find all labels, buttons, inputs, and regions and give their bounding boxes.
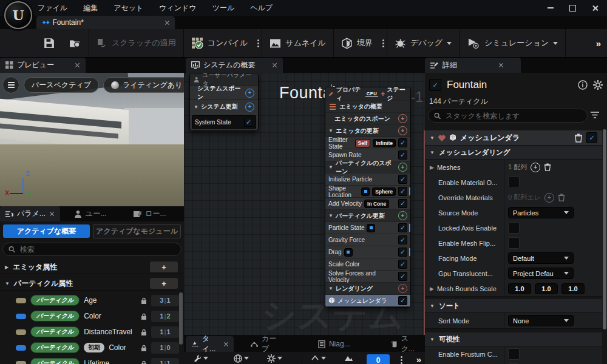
apply-scratch-button[interactable]: スクラッチの適用 xyxy=(89,29,183,57)
module-add-velocity[interactable]: Add Velocity In Cone xyxy=(325,198,410,210)
active-modules-button[interactable]: アクティブなモジュール xyxy=(93,224,181,238)
category-mesh-rendering[interactable]: ▼ メッシュレンダリング xyxy=(425,146,602,160)
browse-asset-button[interactable] xyxy=(62,29,89,57)
renderer-enabled-checkbox[interactable] xyxy=(586,132,597,143)
module-initialize-particle[interactable]: Initialize Particle xyxy=(325,174,410,186)
tab-scratch-pad[interactable]: スク... xyxy=(385,336,425,352)
frame-button[interactable] xyxy=(344,354,353,362)
mesh-renderer-header[interactable]: ▼ メッシュレンダラ xyxy=(425,130,602,146)
emitter-node-fountain[interactable]: プロパティ CPU +ステージ エミッタの概要 エミッタのスポーン + ▼ エミ… xyxy=(325,87,411,308)
parameter-row-lifetime[interactable]: パーティクル Lifetime 1|1 xyxy=(0,356,184,364)
module-particle-state[interactable]: Particle State xyxy=(325,222,410,234)
section-rendering[interactable]: ▼ レンダリング + xyxy=(325,283,410,295)
module-scale-color[interactable]: Scale Color xyxy=(325,258,410,271)
tab-niagara-log[interactable]: Niag... xyxy=(312,336,356,352)
perspective-button[interactable]: パースペクティブ xyxy=(24,77,99,93)
bounds-button[interactable]: 境界 xyxy=(334,29,380,57)
add-icon[interactable]: + xyxy=(245,89,254,98)
add-icon[interactable]: + xyxy=(398,284,407,293)
menu-tools[interactable]: ツール xyxy=(212,3,235,13)
tab-preview[interactable]: プレビュー xyxy=(0,58,86,73)
maximize-icon[interactable] xyxy=(569,5,576,12)
search-input[interactable] xyxy=(19,244,175,254)
module-mesh-renderer[interactable]: メッシュレンダラ xyxy=(325,295,410,307)
module-emitter-state[interactable]: Emitter State Self Infinite xyxy=(325,137,410,149)
tab-timeline[interactable]: タイ... xyxy=(186,336,234,352)
add-element-icon[interactable]: + xyxy=(544,193,554,203)
module-enabled-checkbox[interactable] xyxy=(398,150,407,160)
gpu-translucency-dropdown[interactable]: Project Defau xyxy=(508,268,574,279)
tab-curves[interactable]: カーブ xyxy=(245,336,287,352)
property-checkbox[interactable] xyxy=(508,237,520,249)
minimize-icon[interactable] xyxy=(548,7,554,8)
section-particle-update[interactable]: ▼ パーティクル更新 + xyxy=(325,210,410,222)
module-enabled-checkbox[interactable] xyxy=(398,223,407,232)
section-emitter-spawn[interactable]: エミッタのスポーン + xyxy=(325,113,410,125)
trash-icon[interactable] xyxy=(558,194,565,201)
unreal-logo[interactable]: U xyxy=(4,1,32,29)
scale-z-field[interactable]: 1.0 xyxy=(561,283,585,294)
timeline-overflow-icon[interactable]: » xyxy=(416,354,419,364)
node-graph-canvas[interactable]: システム Fountain ズーム -1 ユーザーパラメータ システムスポーン … xyxy=(184,73,425,335)
system-node[interactable]: ユーザーパラメータ システムスポーン + ▼ システム更新 + System S… xyxy=(189,73,259,131)
parameter-row-distancetravel[interactable]: パーティクル DistanceTravel 1|1 xyxy=(0,324,184,340)
add-parameter-button[interactable]: + xyxy=(150,278,178,289)
close-tab-icon[interactable] xyxy=(49,211,55,217)
parameter-row-color[interactable]: パーティクル Color 1|2 xyxy=(0,308,184,324)
section-emitter-update[interactable]: ▼ エミッタの更新 + xyxy=(325,125,410,137)
collapsed-arrow-icon[interactable]: ▶ xyxy=(430,286,434,292)
gear-icon[interactable] xyxy=(593,80,603,90)
emitter-summary-row[interactable]: エミッタの概要 xyxy=(325,101,410,113)
add-icon[interactable]: + xyxy=(398,114,407,123)
group-emitter-attributes[interactable]: ▶ エミッタ属性 + xyxy=(0,260,184,274)
module-enabled-checkbox[interactable] xyxy=(398,272,407,281)
property-checkbox[interactable] xyxy=(508,222,520,234)
module-enabled-checkbox[interactable] xyxy=(398,248,407,257)
scrollbar[interactable] xyxy=(603,129,606,329)
active-overview-button[interactable]: アクティブな概要 xyxy=(3,224,90,238)
issue-count-button[interactable]: 0 xyxy=(367,354,390,364)
close-tab-icon[interactable] xyxy=(272,62,277,68)
collapsed-arrow-icon[interactable]: ▶ xyxy=(430,164,434,170)
group-particle-attributes[interactable]: ▼ パーティクル属性 + xyxy=(0,277,184,291)
tab-details[interactable]: 詳細 xyxy=(425,58,521,73)
parameter-row-initial-color[interactable]: パーティクル 初期 Color 1|0 xyxy=(0,340,184,356)
compile-options-kebab-icon[interactable] xyxy=(257,42,259,44)
tab-parameters[interactable]: パラメ... xyxy=(0,206,60,221)
add-icon[interactable]: + xyxy=(398,126,407,135)
settings-button[interactable] xyxy=(267,354,282,363)
parameter-row-age[interactable]: パーティクル Age 3|1 xyxy=(0,292,184,308)
trash-icon[interactable] xyxy=(574,133,583,143)
info-icon[interactable] xyxy=(578,80,588,90)
zoom-to-fit-button[interactable] xyxy=(311,354,326,362)
tab-local-modules[interactable]: ロー... xyxy=(127,206,171,221)
category-visibility[interactable]: ▼ 可視性 xyxy=(425,332,602,346)
category-sort[interactable]: ▼ ソート xyxy=(425,299,602,313)
close-tab-icon[interactable] xyxy=(164,20,170,25)
menu-asset[interactable]: アセット xyxy=(114,3,143,13)
system-enabled-checkbox[interactable] xyxy=(429,79,441,91)
system-state-checkbox[interactable] xyxy=(244,118,253,127)
viewport-menu-button[interactable] xyxy=(2,76,19,93)
emitter-properties-row[interactable]: プロパティ CPU +ステージ xyxy=(325,87,410,101)
add-icon[interactable]: + xyxy=(398,211,407,220)
system-state-row[interactable]: System State xyxy=(192,115,256,129)
source-mode-dropdown[interactable]: Particles xyxy=(508,207,574,218)
edit-tools-button[interactable] xyxy=(194,354,208,362)
timeline-kebab-icon[interactable] xyxy=(401,359,402,361)
module-enabled-checkbox[interactable] xyxy=(398,138,407,147)
save-button[interactable] xyxy=(36,29,62,57)
tab-user-parameters[interactable]: ユー... xyxy=(69,206,112,221)
module-enabled-checkbox[interactable] xyxy=(398,235,407,244)
close-tab-icon[interactable] xyxy=(223,342,228,347)
trash-icon[interactable] xyxy=(544,163,551,171)
add-stage-button[interactable]: +ステージ xyxy=(381,87,407,103)
property-checkbox[interactable] xyxy=(508,177,520,188)
asset-tab-fountain[interactable]: ✦✦ Fountain* xyxy=(36,16,175,29)
preview-viewport[interactable]: パースペクティブ ライティングあり 表 Z X Y xyxy=(0,73,184,206)
add-icon[interactable]: + xyxy=(245,103,254,112)
property-checkbox[interactable] xyxy=(508,348,520,360)
menu-edit[interactable]: 編集 xyxy=(83,3,98,13)
add-element-icon[interactable]: + xyxy=(531,163,540,172)
add-parameter-button[interactable]: + xyxy=(150,261,178,272)
